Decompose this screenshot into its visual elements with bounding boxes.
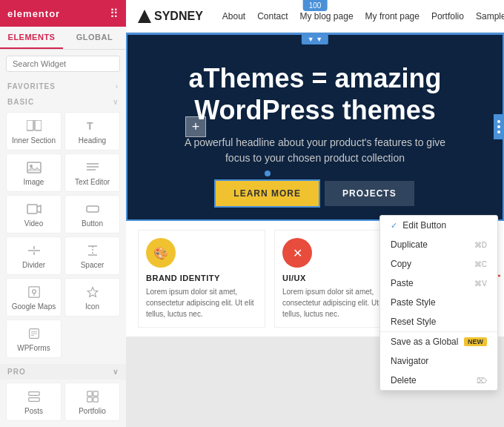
widget-button[interactable]: Button <box>64 195 120 234</box>
site-logo: SYDNEY <box>138 10 203 23</box>
widget-image[interactable]: Image <box>6 153 62 192</box>
context-save-global[interactable]: Save as a Global NEW <box>380 331 497 351</box>
panel-header: elementor ⠿ <box>0 0 126 27</box>
projects-button[interactable]: PROJECTS <box>325 181 414 206</box>
add-section-button[interactable]: + <box>185 116 206 137</box>
canvas-area: SYDNEY About Contact My blog page My fro… <box>126 0 504 427</box>
search-box[interactable] <box>6 56 120 72</box>
widget-spacer[interactable]: Spacer <box>64 236 120 275</box>
image-icon <box>27 162 42 176</box>
widget-heading[interactable]: T Heading <box>64 112 120 150</box>
svg-text:T: T <box>87 120 93 132</box>
context-navigator[interactable]: Navigator <box>380 351 497 371</box>
svg-rect-9 <box>87 206 99 212</box>
widget-inner-section[interactable]: Inner Section <box>6 112 62 150</box>
svg-rect-24 <box>28 391 39 395</box>
wpforms-icon <box>27 328 42 342</box>
svg-rect-16 <box>28 286 39 297</box>
panel-title: elementor <box>7 8 60 19</box>
panel-tabs: ELEMENTS GLOBAL <box>0 27 126 50</box>
favorites-arrow[interactable]: › <box>116 82 119 90</box>
nav-blog[interactable]: My blog page <box>300 11 354 21</box>
card-1-title: BRAND IDENTITY <box>146 274 257 282</box>
handle-dot-2 <box>497 125 500 128</box>
pro-widgets-grid: Posts Portfolio <box>0 380 126 424</box>
search-input[interactable] <box>13 59 113 68</box>
widget-google-maps[interactable]: Google Maps <box>6 278 62 317</box>
drag-handle[interactable] <box>265 171 271 176</box>
pro-arrow[interactable]: ∨ <box>113 368 119 376</box>
svg-point-4 <box>30 165 33 168</box>
handle-dot-1 <box>497 120 500 123</box>
favorites-label: FAVORITES › <box>0 78 126 93</box>
element-handle: ▼ ▼ <box>302 34 328 44</box>
nav-portfolio[interactable]: Portfolio <box>431 11 464 21</box>
logo-icon <box>138 10 151 23</box>
context-duplicate[interactable]: Duplicate ⌘D <box>380 235 497 254</box>
tab-elements[interactable]: ELEMENTS <box>0 27 63 49</box>
widgets-grid: Inner Section T Heading Image Text Edito… <box>0 109 126 361</box>
nav-front[interactable]: My front page <box>365 11 420 21</box>
nav-contact[interactable]: Contact <box>257 11 288 21</box>
hero-title: aThemes = amazingWordPress themes <box>188 62 441 126</box>
text-editor-icon <box>85 162 100 176</box>
hero-buttons: LEARN MORE PROJECTS <box>216 181 414 206</box>
section-handle-right[interactable] <box>494 114 504 139</box>
svg-rect-27 <box>93 391 97 395</box>
widget-video[interactable]: Video <box>6 195 62 234</box>
context-menu: ✓ Edit Button Duplicate ⌘D Copy ⌘C Paste… <box>379 215 498 391</box>
button-icon <box>85 203 100 217</box>
svg-rect-29 <box>93 397 97 401</box>
svg-rect-25 <box>28 397 39 401</box>
card-2-title: UI/UX <box>282 274 394 282</box>
site-nav: SYDNEY About Contact My blog page My fro… <box>126 0 504 33</box>
svg-rect-28 <box>87 397 91 401</box>
card-2-text: Lorem ipsum dolor sit amet, consectetur … <box>282 286 394 320</box>
left-panel: elementor ⠿ ELEMENTS GLOBAL FAVORITES › … <box>0 0 126 427</box>
learn-more-button[interactable]: LEARN MORE <box>216 181 319 206</box>
context-copy[interactable]: Copy ⌘C <box>380 254 497 274</box>
svg-rect-8 <box>27 205 37 214</box>
widget-posts[interactable]: Posts <box>6 383 62 421</box>
inner-section-icon <box>27 120 42 134</box>
nav-indicator: 100 <box>303 0 328 11</box>
icon-widget-icon <box>85 286 100 300</box>
svg-rect-0 <box>27 120 33 130</box>
widget-wpforms[interactable]: WPForms <box>6 320 62 358</box>
grid-icon[interactable]: ⠿ <box>110 7 119 21</box>
hero-subtitle: A powerful headline about your product's… <box>174 135 456 166</box>
divider-icon <box>27 245 42 259</box>
context-delete[interactable]: Delete ⌦ <box>380 371 497 390</box>
svg-marker-30 <box>138 10 151 23</box>
svg-rect-1 <box>35 120 42 130</box>
svg-point-17 <box>32 289 36 293</box>
svg-rect-26 <box>87 391 91 395</box>
context-edit-button[interactable]: ✓ Edit Button <box>380 216 497 235</box>
widget-divider[interactable]: Divider <box>6 236 62 275</box>
widget-portfolio[interactable]: Portfolio <box>64 383 120 421</box>
widget-text-editor[interactable]: Text Editor <box>64 153 120 192</box>
heading-icon: T <box>85 120 100 134</box>
nav-sample[interactable]: Sample Page <box>476 11 504 21</box>
pro-section: PRO ∨ Posts Portfolio <box>0 364 126 424</box>
google-maps-icon <box>27 286 42 300</box>
pro-label: PRO ∨ <box>0 364 126 380</box>
context-reset-style[interactable]: Reset Style <box>380 312 497 331</box>
widget-icon[interactable]: Icon <box>64 278 120 317</box>
card-1-icon: 🎨 <box>146 238 176 268</box>
hero-section: ▼ ▼ + aThemes = amazingWordPress themes … <box>126 33 504 221</box>
svg-marker-19 <box>87 287 98 297</box>
card-1-text: Lorem ipsum dolor sit amet, consectetur … <box>146 286 257 320</box>
basic-label: BASIC ∨ <box>0 93 126 109</box>
video-icon <box>27 203 42 217</box>
context-paste-style[interactable]: Paste Style <box>380 293 497 312</box>
context-paste[interactable]: Paste ⌘V <box>380 274 497 293</box>
basic-arrow[interactable]: ∨ <box>113 98 119 106</box>
nav-links: About Contact My blog page My front page… <box>222 11 504 21</box>
spacer-icon <box>85 245 100 259</box>
nav-about[interactable]: About <box>222 11 245 21</box>
handle-dot-3 <box>497 130 500 133</box>
posts-icon <box>27 391 42 405</box>
card-1: 🎨 BRAND IDENTITY Lorem ipsum dolor sit a… <box>138 230 265 328</box>
tab-global[interactable]: GLOBAL <box>63 27 126 49</box>
